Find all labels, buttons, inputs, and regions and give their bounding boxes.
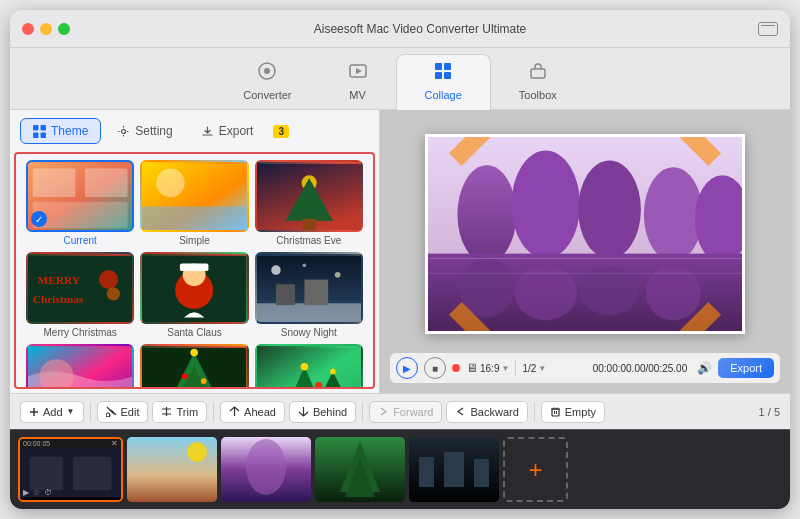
tab-converter[interactable]: Converter — [215, 55, 319, 109]
svg-point-35 — [334, 272, 340, 278]
timeline-item-3[interactable] — [221, 437, 311, 502]
timeline-add-button[interactable]: + — [503, 437, 568, 502]
add-button[interactable]: Add ▼ — [20, 401, 84, 423]
tl-play-icon[interactable]: ▶ — [23, 488, 29, 497]
app-title: Aiseesoft Mac Video Converter Ultimate — [82, 22, 758, 36]
backward-button[interactable]: Backward — [446, 401, 527, 423]
add-label: Add — [43, 406, 63, 418]
maximize-button[interactable] — [58, 23, 70, 35]
svg-rect-39 — [304, 280, 328, 306]
record-indicator — [452, 364, 460, 372]
edit-label: Edit — [121, 406, 140, 418]
theme-card-current[interactable]: ✓ Current — [26, 160, 134, 246]
svg-point-88 — [187, 442, 207, 462]
timeline-item-2[interactable] — [127, 437, 217, 502]
play-button[interactable]: ▶ — [396, 357, 418, 379]
svg-rect-37 — [257, 303, 361, 324]
zoom-value: 1/2 — [522, 363, 536, 374]
divider — [515, 360, 516, 376]
page-counter: 1 / 5 — [759, 406, 780, 418]
timeline-item-5[interactable] — [409, 437, 499, 502]
panel-tab-bar: Theme Setting Export 3 — [10, 110, 379, 152]
panel-tab-setting[interactable]: Setting — [105, 119, 184, 143]
svg-rect-8 — [531, 69, 545, 78]
trim-button[interactable]: Trim — [152, 401, 207, 423]
svg-point-28 — [107, 287, 120, 300]
theme-tab-label: Theme — [51, 124, 88, 138]
theme-card-merry-christmas[interactable]: MERRYChristmas Merry Christmas — [26, 252, 134, 338]
timeline: 00:00:05 ✕ ▶ ☆ ⏱ — [10, 429, 790, 509]
theme-card-santa-claus[interactable]: Santa Claus — [140, 252, 248, 338]
svg-point-19 — [157, 169, 185, 197]
scissors-icon — [106, 406, 117, 417]
close-button[interactable] — [22, 23, 34, 35]
timeline-preview-2 — [127, 437, 217, 502]
svg-rect-10 — [41, 125, 47, 131]
theme-card-stripes-waves[interactable]: Stripes & Waves — [26, 344, 134, 389]
theme-grid: ✓ Current Simple — [26, 160, 363, 389]
edit-button[interactable]: Edit — [97, 401, 149, 423]
svg-point-59 — [511, 150, 580, 258]
timeline-item-4[interactable] — [315, 437, 405, 502]
theme-card-christmas-eve[interactable]: Christmas Eve — [255, 160, 363, 246]
converter-icon — [257, 61, 277, 86]
theme-card-beautiful-christmas[interactable]: Beautiful Christmas — [255, 344, 363, 389]
svg-point-58 — [457, 165, 516, 263]
svg-point-47 — [182, 373, 188, 379]
svg-point-27 — [99, 270, 118, 289]
separator-1 — [90, 402, 91, 422]
timeline-close-1[interactable]: ✕ — [111, 439, 118, 448]
theme-name-merry-christmas: Merry Christmas — [43, 327, 116, 338]
svg-rect-32 — [180, 263, 208, 271]
svg-rect-17 — [33, 202, 128, 229]
tab-mv[interactable]: MV — [320, 55, 396, 109]
empty-label: Empty — [565, 406, 596, 418]
svg-rect-97 — [474, 459, 489, 487]
panel-tab-theme[interactable]: Theme — [20, 118, 101, 144]
svg-point-60 — [578, 160, 641, 258]
svg-rect-16 — [85, 169, 128, 197]
timeline-preview-3 — [221, 437, 311, 502]
title-bar: Aiseesoft Mac Video Converter Ultimate — [10, 10, 790, 48]
window-menu-icon[interactable] — [758, 22, 778, 36]
collage-icon — [433, 61, 453, 86]
tl-clock-icon: ⏱ — [44, 488, 52, 497]
svg-point-1 — [264, 68, 270, 74]
svg-rect-4 — [435, 63, 442, 70]
ahead-icon — [229, 406, 240, 417]
theme-card-snowy-night[interactable]: Snowy Night — [255, 252, 363, 338]
controls-bar: ▶ ■ 🖥 16:9 ▼ 1/2 ▼ 00:00:00.00/00:25.00 … — [390, 353, 780, 383]
aspect-ratio-select[interactable]: 🖥 16:9 ▼ — [466, 361, 509, 375]
svg-point-48 — [201, 378, 207, 384]
ahead-button[interactable]: Ahead — [220, 401, 285, 423]
ahead-label: Ahead — [244, 406, 276, 418]
theme-card-christmas-tree[interactable]: Christmas Tree — [140, 344, 248, 389]
plus-icon — [29, 407, 39, 417]
volume-icon[interactable]: 🔊 — [697, 361, 712, 375]
theme-name-current: Current — [63, 235, 96, 246]
svg-rect-9 — [33, 125, 39, 131]
tab-toolbox[interactable]: Toolbox — [491, 55, 585, 109]
theme-name-snowy-night: Snowy Night — [281, 327, 337, 338]
stop-button[interactable]: ■ — [424, 357, 446, 379]
svg-point-55 — [286, 387, 294, 389]
panel-tab-export[interactable]: Export — [189, 119, 266, 143]
empty-button[interactable]: Empty — [541, 401, 605, 423]
bottom-toolbar: Add ▼ Edit Trim Ahead Behind Forward Bac… — [10, 393, 790, 429]
backward-label: Backward — [470, 406, 518, 418]
theme-card-simple[interactable]: Simple — [140, 160, 248, 246]
tab-toolbox-label: Toolbox — [519, 89, 557, 101]
svg-point-13 — [122, 129, 126, 133]
timeline-item-1[interactable]: 00:00:05 ✕ ▶ ☆ ⏱ — [18, 437, 123, 502]
tab-collage[interactable]: Collage — [396, 54, 491, 110]
behind-button[interactable]: Behind — [289, 401, 356, 423]
svg-rect-7 — [444, 72, 451, 79]
zoom-select[interactable]: 1/2 ▼ — [522, 363, 546, 374]
left-panel: Theme Setting Export 3 — [10, 110, 380, 393]
minimize-button[interactable] — [40, 23, 52, 35]
add-dropdown-icon: ▼ — [67, 407, 75, 416]
theme-name-christmas-eve: Christmas Eve — [276, 235, 341, 246]
export-button[interactable]: Export — [718, 358, 774, 378]
forward-button[interactable]: Forward — [369, 401, 442, 423]
preview-area — [390, 120, 780, 347]
